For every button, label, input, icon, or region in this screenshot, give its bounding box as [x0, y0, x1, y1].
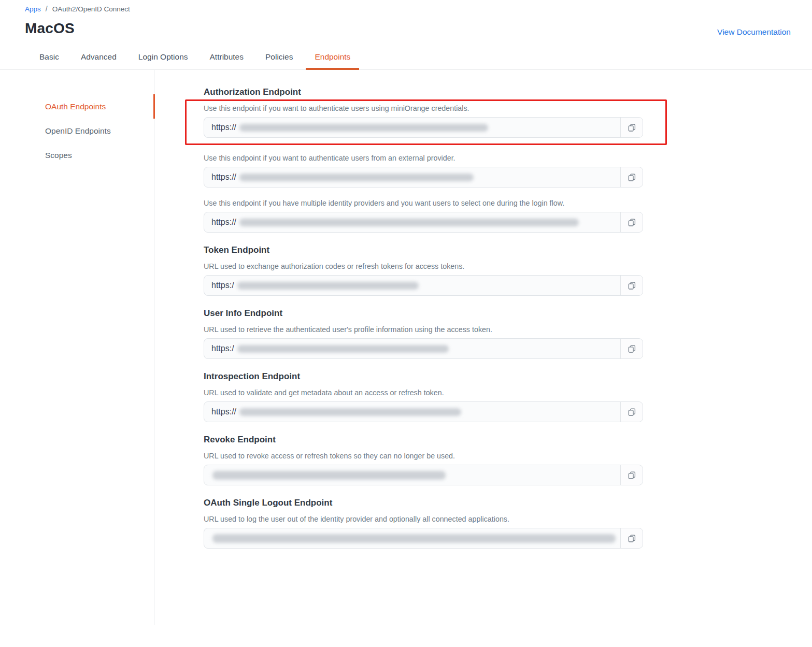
endpoint-field: URL used to retrieve the authenticated u… [204, 325, 812, 359]
field-description: URL used to exchange authorization codes… [204, 262, 812, 270]
tab-label: Endpoints [315, 52, 350, 61]
copy-icon [628, 123, 636, 132]
copy-icon [628, 281, 636, 290]
section-fields: URL used to revoke access or refresh tok… [204, 452, 812, 485]
copy-button[interactable] [620, 167, 643, 187]
url-value [204, 465, 620, 485]
breadcrumb-apps-link[interactable]: Apps [25, 5, 41, 13]
url-value: https:// [204, 167, 620, 187]
section-title: Revoke Endpoint [204, 435, 812, 445]
redacted-url-blur [239, 174, 474, 181]
breadcrumb-current: OAuth2/OpenID Connect [52, 5, 130, 13]
tab-label: Login Options [138, 52, 188, 61]
breadcrumb-separator: / [46, 5, 48, 13]
redacted-url-blur [212, 471, 446, 480]
endpoint-url-input[interactable]: https:// [204, 117, 643, 138]
endpoint-url-input[interactable]: https:// [204, 167, 643, 188]
copy-button[interactable] [620, 402, 643, 422]
section-title: Token Endpoint [204, 245, 812, 255]
endpoint-field: Use this endpoint if you have multiple i… [204, 199, 812, 233]
redacted-url-blur [239, 219, 579, 226]
main-content: Authorization Endpoint Use this endpoint… [154, 70, 812, 625]
tab-label: Advanced [81, 52, 117, 61]
tab-bar: Basic Advanced Login Options Attributes … [0, 46, 812, 70]
url-value: https:// [204, 212, 620, 232]
copy-button[interactable] [620, 528, 643, 548]
endpoint-section: Token Endpoint URL used to exchange auth… [204, 245, 812, 296]
field-description: URL used to log the user out of the iden… [204, 515, 812, 523]
url-prefix-text: https:// [211, 172, 236, 182]
section-title: User Info Endpoint [204, 308, 812, 319]
endpoint-section: Revoke Endpoint URL used to revoke acces… [204, 435, 812, 485]
endpoint-url-input[interactable]: https:/ [204, 275, 643, 296]
copy-icon [628, 408, 636, 416]
url-prefix-text: https:// [211, 218, 236, 227]
endpoint-url-input[interactable]: https:// [204, 212, 643, 233]
sidebar-item-label: Scopes [45, 151, 72, 160]
tab-label: Attributes [210, 52, 244, 61]
sidebar-item-openid-endpoints[interactable]: OpenID Endpoints [0, 119, 154, 143]
sidebar-item-label: OAuth Endpoints [45, 102, 106, 111]
redacted-url-blur [239, 408, 461, 416]
field-description: Use this endpoint if you want to authent… [204, 154, 812, 162]
url-value: https:// [204, 402, 620, 422]
copy-button[interactable] [620, 339, 643, 358]
url-value: https:/ [204, 276, 620, 295]
endpoint-field: Use this endpoint if you want to authent… [204, 154, 812, 188]
copy-icon [628, 471, 636, 480]
tab-basic[interactable]: Basic [29, 46, 70, 69]
tab-advanced[interactable]: Advanced [70, 46, 127, 69]
copy-button[interactable] [620, 276, 643, 295]
endpoint-section: Authorization Endpoint Use this endpoint… [204, 87, 812, 233]
page: Apps / OAuth2/OpenID Connect MacOS View … [0, 0, 812, 625]
redacted-url-blur [237, 282, 419, 290]
section-fields: URL used to log the user out of the iden… [204, 515, 812, 549]
endpoint-section: Introspection Endpoint URL used to valid… [204, 371, 812, 422]
tab-endpoints[interactable]: Endpoints [304, 46, 361, 69]
url-value [204, 528, 620, 548]
url-prefix-text: https:/ [211, 344, 234, 353]
field-description: URL used to validate and get metadata ab… [204, 389, 812, 397]
page-title: MacOS [25, 20, 75, 37]
tab-label: Basic [39, 52, 59, 61]
endpoint-url-input[interactable]: https:/ [204, 338, 643, 359]
copy-button[interactable] [620, 212, 643, 232]
tab-attributes[interactable]: Attributes [199, 46, 254, 69]
tab-policies[interactable]: Policies [254, 46, 304, 69]
field-description: URL used to revoke access or refresh tok… [204, 452, 812, 460]
endpoint-field-highlighted: Use this endpoint if you want to authent… [185, 99, 667, 145]
view-documentation-link[interactable]: View Documentation [717, 27, 791, 37]
redacted-url-blur [237, 345, 449, 353]
breadcrumb: Apps / OAuth2/OpenID Connect [0, 0, 812, 13]
field-description: URL used to retrieve the authenticated u… [204, 325, 812, 334]
sidebar-item-scopes[interactable]: Scopes [0, 143, 154, 167]
endpoint-url-input[interactable] [204, 465, 643, 485]
section-fields: URL used to retrieve the authenticated u… [204, 325, 812, 359]
endpoint-field: URL used to validate and get metadata ab… [204, 389, 812, 422]
sidebar-item-oauth-endpoints[interactable]: OAuth Endpoints [0, 94, 154, 119]
tab-login-options[interactable]: Login Options [127, 46, 199, 69]
endpoint-url-input[interactable] [204, 528, 643, 549]
redacted-url-blur [212, 534, 616, 543]
section-fields: URL used to exchange authorization codes… [204, 262, 812, 296]
section-fields: URL used to validate and get metadata ab… [204, 389, 812, 422]
url-value: https:// [204, 118, 620, 137]
copy-icon [628, 344, 636, 353]
redacted-url-blur [239, 124, 488, 132]
sidebar-item-label: OpenID Endpoints [45, 126, 111, 136]
copy-button[interactable] [620, 118, 643, 137]
copy-button[interactable] [620, 465, 643, 485]
section-title: Introspection Endpoint [204, 371, 812, 382]
endpoint-section: User Info Endpoint URL used to retrieve … [204, 308, 812, 359]
section-title: Authorization Endpoint [204, 87, 812, 97]
endpoint-section: OAuth Single Logout Endpoint URL used to… [204, 498, 812, 549]
endpoint-field: URL used to log the user out of the iden… [204, 515, 812, 549]
section-title: OAuth Single Logout Endpoint [204, 498, 812, 508]
header: MacOS View Documentation [0, 13, 812, 37]
copy-icon [628, 218, 636, 227]
field-description: Use this endpoint if you have multiple i… [204, 199, 812, 207]
endpoint-url-input[interactable]: https:// [204, 401, 643, 422]
endpoint-field: URL used to revoke access or refresh tok… [204, 452, 812, 485]
field-description: Use this endpoint if you want to authent… [204, 104, 643, 112]
copy-icon [628, 173, 636, 182]
